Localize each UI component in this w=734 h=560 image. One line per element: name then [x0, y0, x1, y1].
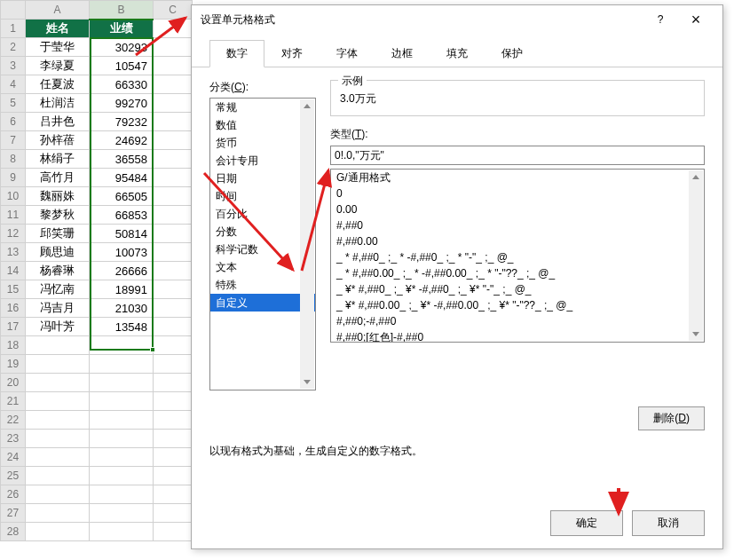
cell[interactable]	[26, 430, 90, 448]
ok-button[interactable]: 确定	[550, 510, 623, 536]
corner-cell[interactable]	[1, 1, 26, 20]
col-header-c[interactable]: C	[154, 1, 193, 20]
row-header[interactable]: 16	[1, 299, 26, 318]
format-item[interactable]: #,##0;-#,##0	[331, 313, 704, 329]
cell[interactable]	[26, 504, 90, 523]
cancel-button[interactable]: 取消	[632, 510, 705, 536]
cell[interactable]: 孙梓蓓	[26, 131, 90, 150]
cell[interactable]: 79232	[90, 113, 154, 131]
cell[interactable]	[154, 225, 193, 243]
cell[interactable]	[26, 523, 90, 541]
cell[interactable]	[90, 374, 154, 392]
cell[interactable]	[90, 448, 154, 467]
delete-button[interactable]: 删除(D)	[638, 406, 705, 430]
cell[interactable]	[154, 430, 193, 448]
cell[interactable]	[26, 448, 90, 467]
tab-font[interactable]: 字体	[320, 40, 375, 67]
cell[interactable]	[90, 467, 154, 485]
cell[interactable]	[154, 336, 193, 355]
format-item[interactable]: _ ¥* #,##0.00_ ;_ ¥* -#,##0.00_ ;_ ¥* "-…	[331, 297, 704, 313]
cell[interactable]	[26, 336, 90, 355]
row-header[interactable]: 25	[1, 467, 26, 485]
cell[interactable]	[154, 448, 193, 467]
row-header[interactable]: 2	[1, 38, 26, 57]
cell[interactable]: 66330	[90, 75, 154, 94]
cell[interactable]: 冯忆南	[26, 280, 90, 299]
type-input[interactable]	[330, 146, 705, 165]
cell[interactable]	[90, 430, 154, 448]
cell[interactable]	[154, 75, 193, 94]
row-header[interactable]: 26	[1, 485, 26, 504]
close-button[interactable]: ×	[678, 7, 714, 32]
cell[interactable]	[154, 467, 193, 485]
cell[interactable]: 30293	[90, 38, 154, 57]
scrollbar[interactable]	[300, 99, 314, 389]
cell[interactable]	[26, 485, 90, 504]
cell[interactable]	[26, 392, 90, 411]
format-item[interactable]: 0.00	[331, 201, 704, 217]
cell[interactable]	[26, 374, 90, 392]
cell[interactable]	[154, 374, 193, 392]
row-header[interactable]: 8	[1, 150, 26, 169]
cell[interactable]	[154, 20, 193, 38]
row-header[interactable]: 4	[1, 75, 26, 94]
cell[interactable]: 66853	[90, 206, 154, 225]
cell[interactable]: 冯吉月	[26, 299, 90, 318]
row-header[interactable]: 19	[1, 355, 26, 374]
tab-number[interactable]: 数字	[209, 40, 264, 67]
cell[interactable]: 魏丽姝	[26, 187, 90, 206]
cell[interactable]: 杨睿琳	[26, 262, 90, 280]
format-item[interactable]: _ * #,##0_ ;_ * -#,##0_ ;_ * "-"_ ;_ @_	[331, 249, 704, 265]
cell[interactable]	[154, 299, 193, 318]
row-header[interactable]: 20	[1, 374, 26, 392]
col-header-a[interactable]: A	[26, 1, 90, 20]
tab-alignment[interactable]: 对齐	[264, 40, 320, 67]
cell[interactable]	[90, 504, 154, 523]
row-header[interactable]: 18	[1, 336, 26, 355]
row-header[interactable]: 14	[1, 262, 26, 280]
cell[interactable]	[154, 131, 193, 150]
cell[interactable]	[154, 243, 193, 262]
cell[interactable]	[154, 38, 193, 57]
row-header[interactable]: 9	[1, 169, 26, 187]
cell[interactable]	[154, 262, 193, 280]
format-list[interactable]: G/通用格式00.00#,##0#,##0.00_ * #,##0_ ;_ * …	[330, 169, 705, 343]
cell[interactable]	[26, 411, 90, 430]
cell[interactable]: 50814	[90, 225, 154, 243]
cell[interactable]	[90, 485, 154, 504]
row-header[interactable]: 7	[1, 131, 26, 150]
cell[interactable]	[154, 150, 193, 169]
cell[interactable]	[90, 392, 154, 411]
cell[interactable]: 13548	[90, 318, 154, 336]
cell[interactable]	[154, 187, 193, 206]
row-header[interactable]: 23	[1, 430, 26, 448]
fill-handle[interactable]	[150, 347, 155, 352]
cell[interactable]: 姓名	[26, 20, 90, 38]
cell[interactable]: 顾思迪	[26, 243, 90, 262]
cell[interactable]: 林绢子	[26, 150, 90, 169]
cell[interactable]: 吕井色	[26, 113, 90, 131]
cell[interactable]	[26, 355, 90, 374]
cell[interactable]	[90, 523, 154, 541]
row-header[interactable]: 28	[1, 523, 26, 541]
spreadsheet[interactable]: A B C 1 姓名 业绩 2 于莹华 30293 3 李绿夏 10547 4 …	[0, 0, 193, 541]
cell[interactable]: 26666	[90, 262, 154, 280]
cell[interactable]: 99270	[90, 94, 154, 113]
tab-border[interactable]: 边框	[375, 40, 430, 67]
cell[interactable]	[154, 57, 193, 75]
cell[interactable]	[154, 355, 193, 374]
format-item[interactable]: _ ¥* #,##0_ ;_ ¥* -#,##0_ ;_ ¥* "-"_ ;_ …	[331, 281, 704, 297]
tab-fill[interactable]: 填充	[430, 40, 485, 67]
cell[interactable]: 10547	[90, 57, 154, 75]
category-list[interactable]: 常规数值货币会计专用日期时间百分比分数科学记数文本特殊自定义	[209, 98, 316, 390]
cell[interactable]: 邱笑珊	[26, 225, 90, 243]
cell[interactable]: 18991	[90, 280, 154, 299]
cell[interactable]	[154, 280, 193, 299]
cell[interactable]: 杜润洁	[26, 94, 90, 113]
row-header[interactable]: 21	[1, 392, 26, 411]
scrollbar[interactable]	[689, 170, 703, 341]
cell[interactable]	[154, 392, 193, 411]
dialog-titlebar[interactable]: 设置单元格格式 ? ×	[192, 5, 722, 34]
row-header[interactable]: 24	[1, 448, 26, 467]
cell[interactable]	[154, 113, 193, 131]
